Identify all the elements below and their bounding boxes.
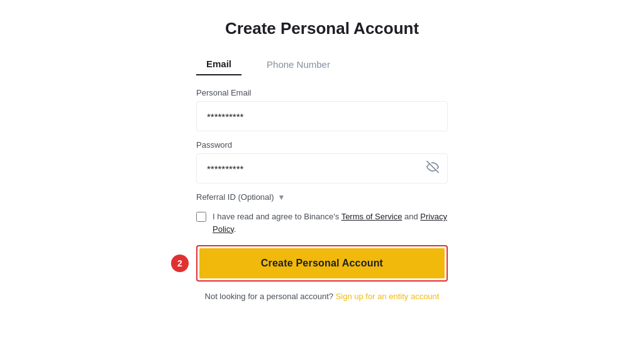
entity-row: Not looking for a personal account? Sign… (196, 292, 448, 301)
privacy-policy-link[interactable]: Privacy Policy (213, 212, 447, 234)
page-wrapper: Create Personal Account Email Phone Numb… (0, 0, 644, 362)
email-field-group: Personal Email (196, 88, 448, 131)
referral-chevron-icon: ▼ (278, 193, 286, 202)
email-label: Personal Email (196, 88, 448, 97)
tab-email[interactable]: Email (196, 53, 242, 75)
tab-group: Email Phone Number (196, 53, 448, 75)
create-account-button[interactable]: Create Personal Account (199, 248, 445, 278)
terms-checkbox[interactable] (196, 212, 206, 222)
password-field-group: Password (196, 140, 448, 184)
email-input-wrapper (196, 101, 448, 131)
create-button-wrapper: 2 Create Personal Account (196, 245, 448, 282)
terms-of-service-link[interactable]: Terms of Service (341, 212, 402, 221)
form-container: Create Personal Account Email Phone Numb… (196, 19, 448, 301)
email-input[interactable] (196, 101, 448, 131)
eye-icon[interactable] (426, 161, 439, 177)
step-badge: 2 (171, 255, 189, 272)
password-input-wrapper (196, 153, 448, 184)
referral-label: Referral ID (Optional) (196, 192, 274, 202)
terms-text: I have read and agree to Binance's Terms… (213, 211, 448, 235)
terms-checkbox-row: I have read and agree to Binance's Terms… (196, 211, 448, 235)
referral-row[interactable]: Referral ID (Optional) ▼ (196, 192, 448, 202)
tab-phone[interactable]: Phone Number (257, 53, 340, 75)
page-title: Create Personal Account (225, 19, 419, 38)
password-input[interactable] (196, 153, 448, 184)
create-button-box: Create Personal Account (196, 245, 448, 282)
entity-link[interactable]: Sign up for an entity account (336, 292, 440, 301)
password-label: Password (196, 140, 448, 150)
entity-text: Not looking for a personal account? (205, 292, 334, 301)
